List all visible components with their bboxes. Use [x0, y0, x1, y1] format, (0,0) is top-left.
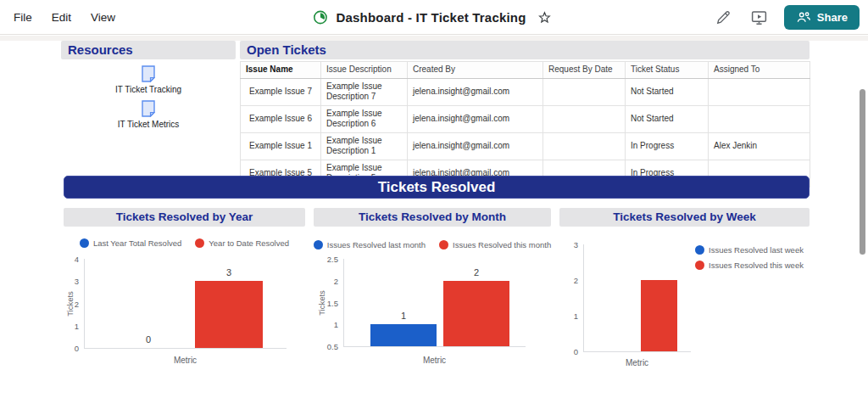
column-header[interactable]: Ticket Status	[626, 62, 709, 79]
bar	[641, 280, 677, 351]
document-icon	[142, 100, 155, 117]
document-icon	[142, 65, 155, 82]
table-cell: Example Issue 6	[241, 105, 321, 132]
table-cell: Example Issue 1	[241, 132, 321, 160]
legend-swatch	[695, 261, 704, 270]
edit-pencil-icon[interactable]	[713, 7, 735, 29]
legend-item: Issues Resolved this week	[695, 261, 804, 270]
table-cell: Example Issue Description 1	[321, 132, 408, 160]
legend-item: Issues Resolved this month	[439, 240, 551, 249]
y-tick-label: 0	[559, 347, 578, 356]
resource-items: IT Ticket TrackingIT Ticket Metrics	[61, 59, 236, 129]
x-axis-line	[583, 351, 691, 352]
y-axis-line	[343, 259, 344, 346]
column-header[interactable]: Issue Name	[241, 62, 321, 79]
x-axis-line	[84, 348, 287, 349]
table-cell: Example Issue Description 7	[321, 78, 408, 105]
x-axis-label: Metric	[626, 358, 648, 367]
bar-value-label: 2	[458, 267, 495, 277]
page-title: Dashboard - IT Ticket Tracking	[336, 10, 526, 25]
column-header[interactable]: Assigned To	[709, 62, 810, 79]
menu: File Edit View	[14, 0, 115, 35]
legend-label: Issues Resolved this week	[709, 261, 804, 270]
y-axis-label: Tickets	[317, 290, 326, 316]
table-cell: Example Issue 7	[241, 78, 321, 105]
resources-panel: Resources IT Ticket TrackingIT Ticket Me…	[61, 41, 236, 129]
legend: Last Year Total ResolvedYear to Date Res…	[64, 238, 305, 248]
y-axis-label: Tickets	[65, 291, 75, 317]
x-axis-label: Metric	[423, 356, 446, 365]
table-cell: Example Issue Description 6	[321, 105, 408, 132]
table-cell: Not Started	[626, 78, 709, 105]
chart-title-month: Tickets Resolved by Month	[314, 208, 551, 227]
table-cell: In Progress	[626, 132, 709, 160]
x-axis-label: Metric	[174, 356, 197, 365]
chart-title-year: Tickets Resolved by Year	[64, 208, 305, 227]
legend-label: Last Year Total Resolved	[93, 238, 181, 248]
chart-title-week: Tickets Resolved by Week	[559, 208, 810, 227]
bar	[443, 281, 509, 346]
legend-item: Year to Date Resolved	[195, 238, 289, 248]
legend: Issues Resolved last monthIssues Resolve…	[314, 240, 551, 249]
table-row: Example Issue 6Example Issue Description…	[241, 105, 810, 132]
chart-tickets-by-month: Issues Resolved last monthIssues Resolve…	[314, 231, 551, 379]
open-tickets-header: Open Tickets	[240, 41, 810, 59]
legend-item: Issues Resolved last month	[314, 240, 426, 249]
menu-view[interactable]: View	[91, 11, 115, 24]
vertical-scrollbar-thumb[interactable]	[860, 89, 865, 255]
resource-item[interactable]: IT Ticket Tracking	[115, 65, 181, 94]
table-cell	[543, 132, 626, 160]
legend-swatch	[439, 240, 448, 249]
chart-tickets-by-week: Issues Resolved last weekIssues Resolved…	[559, 231, 810, 379]
table-cell	[709, 105, 810, 132]
legend-item: Last Year Total Resolved	[80, 238, 181, 248]
legend-label: Issues Resolved last month	[327, 240, 426, 249]
legend-label: Issues Resolved this month	[453, 240, 551, 249]
chart-tickets-by-year: Last Year Total ResolvedYear to Date Res…	[64, 231, 305, 379]
table-cell: jelena.insight@gmail.com	[408, 105, 543, 132]
y-axis-line	[84, 259, 85, 348]
present-view-icon[interactable]	[748, 7, 771, 29]
menu-edit[interactable]: Edit	[52, 11, 71, 24]
topbar-actions: Share	[713, 0, 860, 35]
y-tick-label: 2	[559, 276, 578, 285]
column-header[interactable]: Request By Date	[543, 62, 626, 79]
y-tick-label: 4	[64, 255, 79, 264]
bar	[370, 324, 437, 346]
legend: Issues Resolved last weekIssues Resolved…	[695, 245, 804, 270]
title-group: Dashboard - IT Ticket Tracking	[312, 0, 555, 35]
resource-label: IT Ticket Tracking	[115, 85, 181, 94]
y-tick-label: 2	[314, 277, 338, 286]
menu-file[interactable]: File	[14, 11, 32, 24]
table-row: Example Issue 7Example Issue Description…	[241, 78, 810, 105]
legend-item: Issues Resolved last week	[695, 245, 804, 255]
bar	[195, 281, 263, 348]
y-tick-label: 3	[559, 240, 578, 249]
bar-value-label: 3	[210, 267, 248, 277]
x-axis-line	[343, 346, 526, 347]
y-tick-label: 1	[559, 311, 578, 321]
star-favorite-icon[interactable]	[534, 7, 556, 29]
table-row: Example Issue 1Example Issue Description…	[241, 132, 810, 160]
table-cell	[709, 78, 810, 105]
legend-swatch	[695, 245, 704, 255]
y-tick-label: 1	[314, 320, 338, 329]
legend-swatch	[195, 238, 204, 248]
column-header[interactable]: Created By	[408, 62, 543, 79]
resource-item[interactable]: IT Ticket Metrics	[118, 100, 180, 129]
column-header[interactable]: Issue Description	[321, 62, 408, 79]
people-icon	[796, 11, 811, 24]
y-axis-line	[583, 244, 584, 351]
resources-header: Resources	[61, 41, 236, 59]
share-label: Share	[817, 11, 848, 24]
share-button[interactable]: Share	[784, 5, 860, 30]
open-tickets-table: Issue NameIssue DescriptionCreated ByReq…	[240, 61, 810, 188]
table-cell: Alex Jenkin	[709, 132, 810, 160]
y-tick-label: 2.5	[314, 255, 338, 264]
table-cell: jelena.insight@gmail.com	[408, 132, 543, 160]
table-cell	[543, 105, 626, 132]
tickets-resolved-banner: Tickets Resolved	[64, 176, 810, 199]
table-cell	[543, 78, 626, 105]
y-tick-label: 1	[64, 322, 79, 331]
legend-swatch	[314, 240, 323, 249]
